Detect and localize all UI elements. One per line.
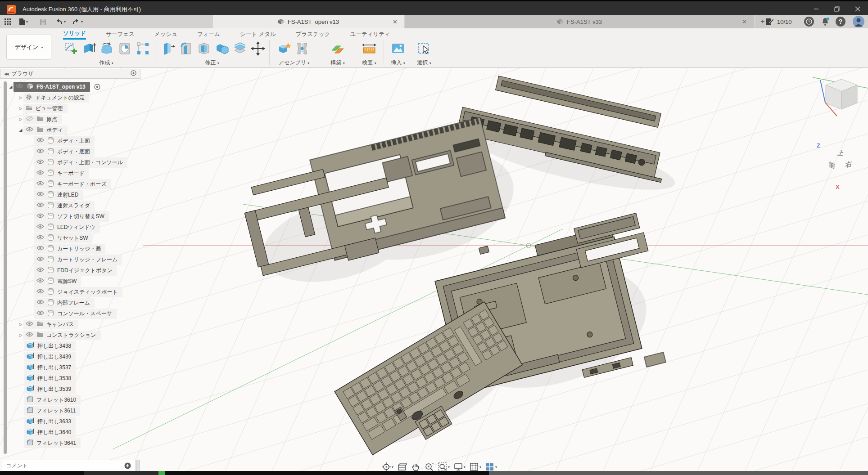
browser-tree-row[interactable]: 押し出し3633 xyxy=(24,417,76,426)
combine-icon[interactable] xyxy=(213,40,231,57)
browser-tree-row[interactable]: 連射スライダ xyxy=(34,201,95,211)
visibility-eye-icon[interactable] xyxy=(36,192,44,198)
shell-icon[interactable] xyxy=(195,40,212,57)
job-status-clock-icon[interactable] xyxy=(804,17,814,27)
help-icon[interactable]: ? xyxy=(836,17,845,27)
browser-tree-row[interactable]: カートリッジ・フレーム xyxy=(34,255,122,264)
browser-tree-row[interactable]: ボディ・底面 xyxy=(34,147,95,157)
undo-button[interactable]: ▾ xyxy=(55,17,66,27)
close-tab-icon[interactable]: ✕ xyxy=(393,18,398,25)
browser-tree-row[interactable]: 押し出し3640 xyxy=(24,427,76,437)
expand-arrow-icon[interactable]: ▷ xyxy=(18,95,23,100)
doc-tab-active[interactable]: FS-A1ST_open v13 ✕ xyxy=(213,15,404,28)
measure-ruler-icon[interactable] xyxy=(361,40,378,57)
construct-group-dropdown[interactable]: 構築 ▾ xyxy=(323,59,352,67)
move-copy-icon[interactable] xyxy=(249,40,267,57)
browser-tree-row[interactable]: ▷ コンストラクション xyxy=(18,330,101,340)
browser-tree-row[interactable]: FDDイジェクトボタン xyxy=(34,265,117,275)
redo-button[interactable]: ▾ xyxy=(72,17,83,27)
visibility-eye-icon[interactable] xyxy=(36,300,44,306)
browser-tree-row[interactable]: 電源SW xyxy=(34,276,81,286)
app-grid-icon[interactable] xyxy=(5,17,11,27)
browser-tree-row[interactable]: カートリッジ・蓋 xyxy=(34,244,105,254)
user-avatar[interactable] xyxy=(853,16,864,27)
activate-radio-icon[interactable] xyxy=(94,84,100,90)
revolve-icon[interactable] xyxy=(98,40,115,57)
visibility-eye-icon[interactable] xyxy=(36,138,44,144)
visibility-eye-icon[interactable] xyxy=(26,116,33,122)
browser-tree-row[interactable]: 押し出し3538 xyxy=(24,373,76,383)
visibility-eye-icon[interactable] xyxy=(26,332,33,338)
viewcube-front-label[interactable]: 前 xyxy=(829,161,835,170)
browser-tree-row[interactable]: キーボード xyxy=(34,168,89,178)
expand-arrow-icon[interactable]: ▷ xyxy=(18,322,23,327)
fillet-icon[interactable] xyxy=(177,40,194,57)
browser-tree-row[interactable]: 押し出し3537 xyxy=(24,363,76,372)
visibility-eye-icon[interactable] xyxy=(36,213,44,220)
modify-group-dropdown[interactable]: 修正 ▾ xyxy=(159,59,265,67)
extrude-icon[interactable] xyxy=(80,40,97,57)
create-sketch-icon[interactable] xyxy=(62,40,79,57)
insert-image-icon[interactable] xyxy=(389,40,407,57)
browser-tree-row[interactable]: 押し出し3438 xyxy=(24,341,76,351)
new-component-icon[interactable] xyxy=(276,40,293,57)
notifications-bell-icon[interactable] xyxy=(819,16,831,29)
part-body-top-shell[interactable] xyxy=(310,117,505,260)
browser-tree-row[interactable]: ボディ・上面・コンソール xyxy=(34,157,127,167)
select-tool-icon[interactable] xyxy=(416,40,433,57)
close-button[interactable] xyxy=(847,3,868,15)
visibility-eye-icon[interactable] xyxy=(36,310,44,317)
offset-face-icon[interactable] xyxy=(231,40,249,57)
browser-tree-row[interactable]: ジョイスティックポート xyxy=(34,287,122,297)
insert-group-dropdown[interactable]: 挿入 ▾ xyxy=(385,59,411,67)
visibility-eye-icon[interactable] xyxy=(36,256,44,263)
browser-scrollbar[interactable] xyxy=(4,81,7,454)
restore-button[interactable] xyxy=(827,3,847,15)
create-group-dropdown[interactable]: 作成 ▾ xyxy=(62,59,150,67)
visibility-eye-icon[interactable] xyxy=(36,278,44,284)
pattern-icon[interactable] xyxy=(134,40,151,57)
assemble-group-dropdown[interactable]: アセンブリ ▾ xyxy=(274,59,314,67)
inspect-group-dropdown[interactable]: 検査 ▾ xyxy=(357,59,382,67)
browser-tree-row[interactable]: 連射LED xyxy=(34,190,83,200)
press-pull-icon[interactable] xyxy=(159,40,176,57)
file-menu-button[interactable]: ▾ xyxy=(19,17,28,27)
save-button[interactable] xyxy=(40,17,46,27)
doc-tab-inactive[interactable]: FS-A1ST v33 ✕ xyxy=(405,15,754,28)
expand-arrow-icon[interactable]: ◢ xyxy=(8,85,14,89)
workspace-switcher[interactable]: デザイン▾ xyxy=(6,35,51,60)
browser-tree-row[interactable]: ◢ FS-A1ST_open v13 xyxy=(8,82,100,92)
select-group-dropdown[interactable]: 選択 ▾ xyxy=(411,59,437,67)
sweep-icon[interactable] xyxy=(116,40,133,57)
visibility-eye-icon[interactable] xyxy=(36,159,44,166)
visibility-eye-icon[interactable] xyxy=(36,148,44,155)
visibility-eye-icon[interactable] xyxy=(26,127,33,133)
panel-options-icon[interactable] xyxy=(131,70,136,77)
close-tab-icon[interactable]: ✕ xyxy=(742,18,747,25)
browser-tree-row[interactable]: ▷ 原点 xyxy=(18,114,62,124)
construct-plane-icon[interactable] xyxy=(329,40,346,57)
browser-tree-row[interactable]: ▷ ドキュメントの設定 xyxy=(18,93,89,103)
browser-tree-row[interactable]: フィレット3610 xyxy=(24,395,81,405)
visibility-eye-icon[interactable] xyxy=(36,224,44,230)
browser-tree-row[interactable]: ボディ・上面 xyxy=(34,136,95,146)
visibility-eye-icon[interactable] xyxy=(36,181,44,187)
browser-tree-row[interactable]: リセットSW xyxy=(34,233,92,243)
browser-tree-row[interactable]: フィレット3641 xyxy=(24,438,81,448)
browser-tree-row[interactable]: 押し出し3439 xyxy=(24,352,76,362)
browser-tree-row[interactable]: キーボード・ポーズ xyxy=(34,179,111,189)
visibility-eye-icon[interactable] xyxy=(26,321,33,327)
minimize-button[interactable] xyxy=(806,3,827,15)
expand-arrow-icon[interactable]: ▷ xyxy=(18,106,23,111)
add-comment-icon[interactable] xyxy=(124,462,131,469)
expand-arrow-icon[interactable]: ▷ xyxy=(18,117,23,121)
browser-panel-header[interactable]: ◀◀ ブラウザ xyxy=(0,69,140,79)
comment-input[interactable] xyxy=(6,462,121,469)
browser-tree-row[interactable]: ◢ ボディ xyxy=(18,125,68,135)
view-cube[interactable] xyxy=(813,77,868,116)
expand-arrow-icon[interactable]: ▷ xyxy=(18,333,23,337)
expand-arrow-icon[interactable]: ◢ xyxy=(18,128,23,132)
browser-tree-row[interactable]: 押し出し3539 xyxy=(24,384,76,394)
visibility-eye-icon[interactable] xyxy=(36,170,44,176)
visibility-eye-icon[interactable] xyxy=(36,246,44,252)
